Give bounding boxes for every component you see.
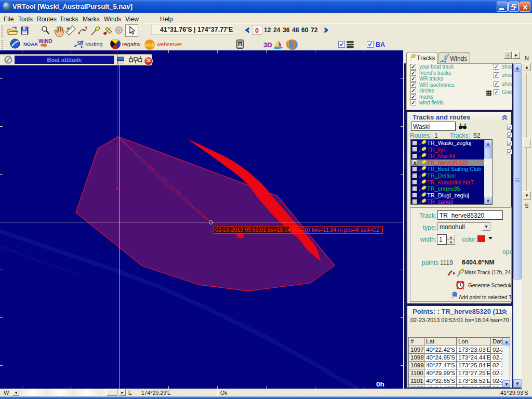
svg-text:web: web (144, 42, 154, 48)
svg-text:NOAA: NOAA (23, 41, 38, 47)
svg-text:41°31.76'S | 174°37.77'E: 41°31.76'S | 174°37.77'E (160, 26, 233, 33)
svg-text:48: 48 (292, 26, 299, 34)
svg-text:WiND: WiND (38, 38, 52, 44)
svg-text:routing: routing (85, 41, 103, 47)
svg-text:0h: 0h (376, 380, 384, 388)
svg-text:3D: 3D (263, 41, 272, 49)
svg-text:60: 60 (301, 26, 309, 34)
svg-text:72: 72 (311, 26, 318, 34)
svg-text:24: 24 (273, 26, 281, 34)
svg-text:12: 12 (264, 26, 271, 34)
svg-text:webserver: webserver (156, 41, 182, 47)
svg-text:BA: BA (376, 41, 385, 48)
svg-text:02-23-2013 09:53:01 bs=18.04 t: 02-23-2013 09:53:01 bs=18.04 twa=70 tws=… (215, 227, 380, 233)
svg-text:0: 0 (255, 27, 259, 34)
svg-text:36: 36 (283, 26, 290, 34)
svg-text:regatta: regatta (122, 41, 140, 47)
